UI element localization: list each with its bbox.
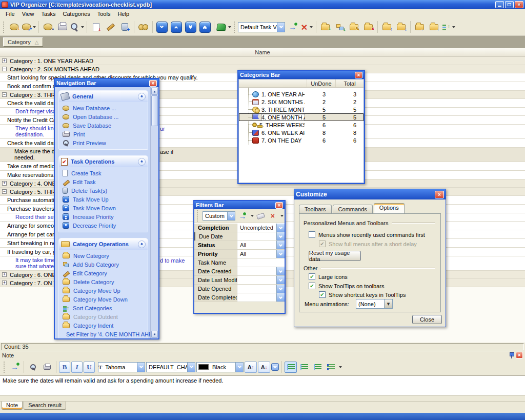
task-move-up-button[interactable] [169,20,183,34]
align-center-button[interactable] [298,362,310,373]
note-print-button[interactable] [41,361,53,373]
nav-item-category-move-down[interactable]: Category Move Down [59,295,148,304]
checkbox-tooltips[interactable]: ✔ Show ToolTips on toolbars [309,283,384,289]
minimize-button[interactable] [495,1,504,8]
filter-row[interactable]: Date Created [194,267,285,276]
bottom-tab-search-result[interactable]: Search result [24,402,66,410]
bullet-list-button[interactable] [325,362,337,373]
chevron-down-icon[interactable] [276,250,285,258]
collapse-icon[interactable]: − [2,92,7,97]
collapse-icon[interactable]: − [2,67,7,71]
category-tree-row[interactable]: 1. ONE YEAR AHEAD33 [239,90,364,98]
collapse-chevron-icon[interactable] [138,241,146,248]
delete-filter-button[interactable] [268,210,277,222]
nav-section-header[interactable]: General [59,91,148,102]
toolbar-grip[interactable] [234,22,236,33]
category-move-up-button[interactable]: ↑ [380,20,394,34]
align-right-button[interactable] [311,362,324,373]
underline-button[interactable]: U [84,362,95,373]
menu-tasks[interactable]: Tasks [37,10,59,18]
note-close-icon[interactable]: × [516,352,523,358]
dropdown-caret[interactable] [452,26,455,28]
category-outdent-button[interactable]: ← [413,20,427,34]
task-move-top-button[interactable] [198,20,212,34]
tab-options[interactable]: Options [374,203,405,214]
chevron-down-icon[interactable] [137,363,145,372]
nav-item-delete-task-s[interactable]: Delete Task(s) [59,186,148,195]
nav-item-sort-categories[interactable]: Sort Categories [59,304,148,312]
chevron-down-icon[interactable] [276,267,285,275]
tab-toolbars[interactable]: Toolbars [299,205,332,214]
nav-item-add-sub-category[interactable]: Add Sub Category [59,260,148,269]
bold-button[interactable]: B [59,362,70,373]
dropdown-caret[interactable] [310,26,313,28]
align-left-button[interactable] [285,362,297,373]
dropdown-caret[interactable] [33,26,36,28]
reset-usage-button[interactable]: Reset my usage data [309,251,361,261]
category-tree-row[interactable]: 7. ON THE DAY66 [239,136,364,144]
pin-icon[interactable] [509,352,514,358]
toolbar-overflow-caret[interactable] [339,366,342,368]
close-dialog-button[interactable]: Close [412,315,442,324]
charset-combo[interactable]: DEFAULT_CHAR [146,362,195,372]
print-button[interactable] [55,20,69,34]
menu-animations-combo[interactable]: (None) ▾ [356,299,393,309]
filter-row[interactable]: Date Last Modifie [194,276,285,285]
filter-value[interactable] [237,293,276,302]
chevron-down-icon[interactable] [276,276,285,284]
column-header-name[interactable]: Name [0,48,525,57]
category-tree-row[interactable]: 5. THREE WEEKS AHEAD66 [239,121,364,129]
create-task-button[interactable]: + [89,20,103,34]
nav-item-decrease-priority[interactable]: Decrease Priority [59,221,148,230]
nav-item-set-filter-by-4-one-month-ahead[interactable]: Set Filter by '4. ONE MONTH AHEAD' [59,330,148,338]
category-tree-row[interactable]: 6. ONE WEEK AHEAD88 [239,129,364,136]
toolbar-grip[interactable] [3,22,5,33]
nav-item-task-move-down[interactable]: Task Move Down [59,204,148,212]
delete-category-button[interactable]: × [361,20,375,34]
filter-row[interactable]: PriorityAll [194,250,285,258]
task-move-down-button[interactable] [155,20,169,34]
nav-item-category-outdent[interactable]: Category Outdent [59,312,148,321]
toolbar-grip[interactable] [4,362,6,373]
collapse-chevron-icon[interactable] [138,93,146,101]
category-indent-button[interactable]: → [427,20,441,34]
task-view-combo[interactable]: Default Task V [238,22,285,32]
filter-row[interactable]: Date Completed [194,293,285,302]
close-icon[interactable]: × [275,202,283,209]
new-category-button[interactable]: + [318,20,332,34]
nav-item-category-indent[interactable]: Category Indent [59,321,148,330]
checkbox-icon[interactable]: ✔ [319,291,326,298]
close-icon[interactable]: × [355,72,362,78]
checkbox-large-icons[interactable]: ✔ Large icons [309,273,348,280]
print-preview-button[interactable] [70,20,85,34]
nav-item-print-preview[interactable]: Print Preview [59,138,148,147]
restore-button[interactable] [505,1,514,8]
expand-icon[interactable]: + [2,281,7,285]
chevron-down-icon[interactable] [227,212,235,220]
dropdown-caret[interactable] [81,26,84,28]
nav-item-delete-category[interactable]: Delete Category [59,277,148,286]
filter-row[interactable]: StatusAll [194,241,285,250]
checkbox-recent-commands[interactable]: Menus show recently used commands first [309,231,425,238]
column-undone[interactable]: UnDone [307,79,335,87]
category-tree-row[interactable]: 3. THREE MONTHS AHEAD55 [239,106,364,113]
note-text-area[interactable]: Make sure the dates will remain valid an… [0,375,525,395]
nav-item-category-move-up[interactable]: Category Move Up [59,286,148,295]
navigation-scrollbar[interactable] [150,87,158,338]
nav-item-edit-category[interactable]: Edit Category [59,269,148,277]
open-database-button[interactable]: ↗ [22,20,36,34]
filter-value[interactable]: All [237,241,276,249]
chevron-down-icon[interactable] [276,293,285,302]
filter-preset-combo[interactable]: Custom [203,211,235,221]
checkbox-icon[interactable]: ✔ [309,283,315,289]
note-print-preview-button[interactable] [27,361,39,373]
filters-bar-titlebar[interactable]: Filters Bar × [194,201,285,209]
reset-filter-button[interactable] [300,20,314,34]
category-move-down-button[interactable]: ↓ [394,20,408,34]
apply-view-button[interactable] [286,20,299,34]
expand-icon[interactable]: + [2,181,7,186]
italic-button[interactable]: I [71,362,83,373]
chevron-down-icon[interactable] [276,232,285,241]
filter-value[interactable] [237,267,276,275]
add-sub-category-button[interactable]: + [333,20,347,34]
